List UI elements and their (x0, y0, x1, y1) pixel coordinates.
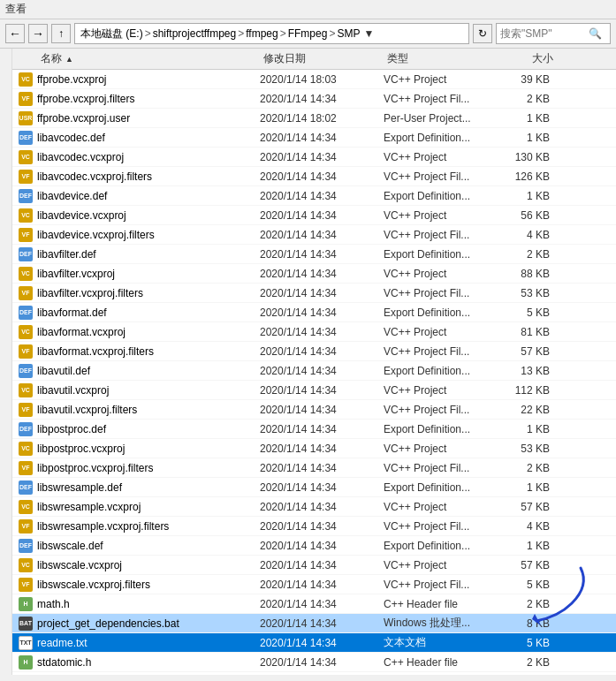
table-row[interactable]: DEF libavdevice.def 2020/1/14 14:34 Expo… (12, 186, 616, 206)
file-icon-def: DEF (18, 246, 34, 262)
table-row[interactable]: DEF libavutil.def 2020/1/14 14:34 Export… (12, 361, 616, 381)
up-button[interactable]: ↑ (51, 24, 71, 43)
table-row[interactable]: VF libavdevice.vcxproj.filters 2020/1/14… (12, 225, 616, 245)
file-name: project_get_dependencies.bat (37, 617, 256, 630)
table-row[interactable]: DEF libswresample.def 2020/1/14 14:34 Ex… (12, 478, 616, 497)
file-type: VC++ Project Fil... (380, 345, 495, 358)
file-name: libavcodec.def (37, 132, 256, 144)
file-icon-def: DEF (18, 538, 34, 554)
col-name-header[interactable]: 名称 ▲ (12, 51, 260, 66)
file-name: libswscale.def (37, 540, 256, 552)
file-name: libavutil.vcxproj.filters (37, 404, 256, 416)
table-row[interactable]: DEF libavfilter.def 2020/1/14 14:34 Expo… (12, 245, 616, 264)
file-date: 2020/1/14 18:03 (256, 73, 380, 86)
table-row[interactable]: H math.h 2020/1/14 14:34 C++ Header file… (12, 594, 616, 614)
file-name: readme.txt (37, 637, 256, 649)
table-row[interactable]: DEF libpostproc.def 2020/1/14 14:34 Expo… (12, 420, 616, 439)
table-row[interactable]: VF libavformat.vcxproj.filters 2020/1/14… (12, 342, 616, 361)
breadcrumb[interactable]: 本地磁盘 (E:) > shiftprojectffmpeg > ffmpeg … (74, 23, 469, 44)
left-panel (0, 49, 12, 675)
file-type: VC++ Project (380, 209, 495, 222)
toolbar-label: 查看 (5, 2, 27, 17)
table-row[interactable]: DEF libavcodec.def 2020/1/14 14:34 Expor… (12, 128, 616, 148)
file-type: VC++ Project Fil... (380, 229, 495, 241)
file-name: libavformat.vcxproj (37, 326, 256, 338)
file-name: ffprobe.vcxproj.user (37, 112, 256, 125)
table-row[interactable]: VC libavformat.vcxproj 2020/1/14 14:34 V… (12, 322, 616, 342)
file-name: libavformat.def (37, 306, 256, 319)
file-type: 文本文档 (380, 635, 495, 650)
file-name: ffprobe.vcxproj (37, 73, 256, 86)
file-type: VC++ Project (380, 384, 495, 397)
table-row[interactable]: VC libavdevice.vcxproj 2020/1/14 14:34 V… (12, 206, 616, 225)
table-row[interactable]: TXT readme.txt 2020/1/14 14:34 文本文档 5 KB (12, 633, 616, 653)
table-row[interactable]: VC ffprobe.vcxproj 2020/1/14 18:03 VC++ … (12, 70, 616, 89)
table-row[interactable]: H unistd.h 2020/1/14 14:34 C++ Header fi… (12, 672, 616, 675)
table-row[interactable]: VF ffprobe.vcxproj.filters 2020/1/14 14:… (12, 89, 616, 109)
table-row[interactable]: VC libavfilter.vcxproj 2020/1/14 14:34 V… (12, 264, 616, 284)
column-header: 名称 ▲ 修改日期 类型 大小 (12, 49, 616, 70)
file-size: 81 KB (495, 326, 557, 338)
search-box[interactable]: 🔍 (496, 23, 611, 44)
file-name: libavdevice.vcxproj.filters (37, 229, 256, 241)
table-row[interactable]: VC libavcodec.vcxproj 2020/1/14 14:34 VC… (12, 148, 616, 167)
table-row[interactable]: BAT project_get_dependencies.bat 2020/1/… (12, 614, 616, 633)
file-date: 2020/1/14 14:34 (256, 229, 380, 241)
file-size: 5 KB (495, 306, 557, 319)
file-date: 2020/1/14 14:34 (256, 423, 380, 435)
table-row[interactable]: H stdatomic.h 2020/1/14 14:34 C++ Header… (12, 653, 616, 672)
table-row[interactable]: VC libavutil.vcxproj 2020/1/14 14:34 VC+… (12, 381, 616, 400)
col-size-header[interactable]: 大小 (498, 51, 560, 66)
col-type-header[interactable]: 类型 (384, 51, 498, 66)
file-icon-filters: VF (18, 518, 34, 534)
file-type: Export Definition... (380, 365, 495, 377)
breadcrumb-drive[interactable]: 本地磁盘 (E:) (80, 26, 143, 42)
table-row[interactable]: VF libavfilter.vcxproj.filters 2020/1/14… (12, 284, 616, 303)
table-row[interactable]: DEF libavformat.def 2020/1/14 14:34 Expo… (12, 303, 616, 322)
file-type: VC++ Project (380, 326, 495, 338)
file-size: 2 KB (495, 248, 557, 261)
table-row[interactable]: VC libpostproc.vcxproj 2020/1/14 14:34 V… (12, 439, 616, 458)
file-name: libswscale.vcxproj.filters (37, 579, 256, 591)
file-size: 1 KB (495, 190, 557, 202)
table-row[interactable]: USR ffprobe.vcxproj.user 2020/1/14 18:02… (12, 109, 616, 128)
file-icon-vcxproj: VC (18, 149, 34, 165)
table-row[interactable]: VF libswresample.vcxproj.filters 2020/1/… (12, 517, 616, 536)
file-type: VC++ Project (380, 559, 495, 571)
file-type: VC++ Project Fil... (380, 404, 495, 416)
file-icon-filters: VF (18, 91, 34, 107)
back-button[interactable]: ← (5, 24, 25, 43)
search-icon: 🔍 (589, 27, 602, 40)
search-input[interactable] (500, 27, 589, 40)
breadcrumb-p1[interactable]: shiftprojectffmpeg (153, 27, 237, 40)
file-name: libswresample.def (37, 481, 256, 494)
file-size: 1 KB (495, 423, 557, 435)
breadcrumb-p3[interactable]: FFmpeg (288, 27, 328, 40)
table-row[interactable]: VF libswscale.vcxproj.filters 2020/1/14 … (12, 575, 616, 594)
table-row[interactable]: DEF libswscale.def 2020/1/14 14:34 Expor… (12, 536, 616, 556)
table-row[interactable]: VF libavutil.vcxproj.filters 2020/1/14 1… (12, 400, 616, 420)
forward-button[interactable]: → (28, 24, 48, 43)
file-size: 53 KB (495, 443, 557, 455)
file-list-container[interactable]: 名称 ▲ 修改日期 类型 大小 VC ffprobe. (12, 49, 616, 675)
file-icon-filters: VF (18, 460, 34, 476)
breadcrumb-p4[interactable]: SMP (337, 27, 360, 40)
file-date: 2020/1/14 14:34 (256, 501, 380, 513)
table-row[interactable]: VC libswresample.vcxproj 2020/1/14 14:34… (12, 497, 616, 517)
file-rows: VC ffprobe.vcxproj 2020/1/14 18:03 VC++ … (12, 70, 616, 675)
table-row[interactable]: VF libpostproc.vcxproj.filters 2020/1/14… (12, 458, 616, 478)
toolbar: 查看 (0, 0, 616, 19)
refresh-button[interactable]: ↻ (473, 24, 492, 43)
file-icon-vcxproj: VC (18, 208, 34, 223)
file-icon-def: DEF (18, 421, 34, 437)
breadcrumb-p2[interactable]: ffmpeg (246, 27, 278, 40)
file-name: libpostproc.vcxproj (37, 443, 256, 455)
col-date-header[interactable]: 修改日期 (260, 51, 384, 66)
file-name: ffprobe.vcxproj.filters (37, 93, 256, 105)
table-row[interactable]: VC libswscale.vcxproj 2020/1/14 14:34 VC… (12, 556, 616, 575)
table-row[interactable]: VF libavcodec.vcxproj.filters 2020/1/14 … (12, 167, 616, 186)
file-icon-txt: TXT (18, 635, 34, 651)
file-type: VC++ Project (380, 501, 495, 513)
file-name: libavdevice.def (37, 190, 256, 202)
file-type: Export Definition... (380, 190, 495, 202)
